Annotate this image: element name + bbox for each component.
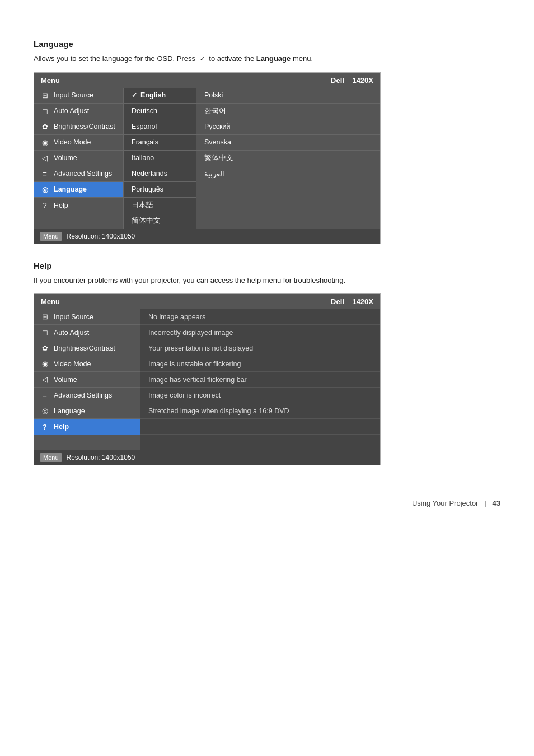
- menu-item-language[interactable]: ◎ Language: [34, 182, 123, 198]
- lang-traditional-chinese[interactable]: 繁体中文: [196, 151, 380, 166]
- lang-desc-end: menu.: [293, 54, 313, 63]
- help-option-vertical-bar[interactable]: Image has vertical flickering bar: [140, 372, 380, 388]
- help-volume-label: Volume: [54, 376, 77, 384]
- volume-label: Volume: [54, 154, 77, 162]
- help-footer-icon: Menu: [40, 453, 62, 462]
- help-brightness-icon: ✿: [40, 344, 50, 352]
- help-menu-volume[interactable]: ◁ Volume: [34, 372, 140, 388]
- lang-menu-body: ⊞ Input Source ◻ Auto Adjust ✿ Brightnes…: [34, 88, 380, 229]
- auto-adjust-icon: ◻: [40, 107, 50, 115]
- menu-item-brightness-contrast[interactable]: ✿ Brightness/Contrast: [34, 119, 123, 135]
- lang-english[interactable]: ✓ English: [124, 88, 196, 104]
- lang-russian[interactable]: Русский: [196, 119, 380, 135]
- lang-russian-label: Русский: [204, 123, 230, 130]
- help-option-incorrect-display[interactable]: Incorrectly displayed image: [140, 325, 380, 340]
- lang-japanese[interactable]: 日本語: [124, 198, 196, 213]
- lang-deutsch[interactable]: Deutsch: [124, 104, 196, 119]
- help-menu-brand-model: Dell 1420X: [331, 297, 373, 306]
- page-footer-separator: |: [484, 499, 486, 507]
- help-menu-model: 1420X: [352, 297, 373, 306]
- lang-espanol-label: Español: [132, 123, 157, 130]
- lang-portugues[interactable]: Português: [124, 182, 196, 198]
- help-color-incorrect-label: Image color is incorrect: [148, 391, 221, 399]
- help-menu-brightness[interactable]: ✿ Brightness/Contrast: [34, 340, 140, 356]
- page-footer: Using Your Projector | 43: [34, 499, 500, 507]
- lang-simplified-chinese[interactable]: 简体中文: [124, 213, 196, 229]
- lang-resolution: Resolution: 1400x1050: [67, 232, 135, 240]
- help-option-no-image[interactable]: No image appears: [140, 309, 380, 325]
- lang-italiano-label: Italiano: [132, 154, 154, 162]
- help-advanced-label: Advanced Settings: [54, 391, 112, 399]
- lang-francais-label: Français: [132, 138, 158, 146]
- lang-arabic[interactable]: العربية: [196, 166, 380, 182]
- lang-menu-header: Menu Dell 1420X: [34, 73, 380, 88]
- help-unstable-label: Image is unstable or flickering: [148, 360, 241, 368]
- help-option-not-displayed[interactable]: Your presentation is not displayed: [140, 340, 380, 356]
- language-menu-label: Language: [54, 185, 87, 193]
- menu-item-input-source[interactable]: ⊞ Input Source: [34, 88, 123, 104]
- language-section: Language Allows you to set the language …: [34, 39, 500, 244]
- lang-italiano[interactable]: Italiano: [124, 151, 196, 166]
- help-option-color-incorrect[interactable]: Image color is incorrect: [140, 388, 380, 403]
- help-language-icon: ◎: [40, 407, 50, 415]
- help-menu-language[interactable]: ◎ Language: [34, 403, 140, 419]
- lang-korean-label: 한국어: [204, 106, 226, 116]
- lang-footer-icon: Menu: [40, 232, 62, 241]
- language-title: Language: [34, 39, 500, 49]
- menu-item-help[interactable]: ? Help: [34, 198, 123, 213]
- help-menu-input-source[interactable]: ⊞ Input Source: [34, 309, 140, 325]
- lang-korean[interactable]: 한국어: [196, 104, 380, 119]
- lang-svenska-label: Svenska: [204, 138, 231, 146]
- lang-right-column: Polski 한국어 Русский Svenska 繁体中文 العربية: [196, 88, 380, 229]
- help-option-unstable[interactable]: Image is unstable or flickering: [140, 356, 380, 372]
- help-menu-advanced-settings[interactable]: ≡ Advanced Settings: [34, 388, 140, 403]
- help-brightness-label: Brightness/Contrast: [54, 344, 115, 352]
- menu-item-video-mode[interactable]: ◉ Video Mode: [34, 135, 123, 151]
- language-description: Allows you to set the language for the O…: [34, 53, 500, 64]
- lang-menu-label: Menu: [41, 76, 60, 85]
- lang-menu-brand-model: Dell 1420X: [331, 76, 373, 85]
- help-stretched-label: Stretched image when displaying a 16:9 D…: [148, 407, 289, 415]
- menu-item-auto-adjust[interactable]: ◻ Auto Adjust: [34, 104, 123, 119]
- help-video-mode-icon: ◉: [40, 360, 50, 368]
- help-section: Help If you encounter problems with your…: [34, 261, 500, 466]
- help-menu-label: Menu: [41, 297, 60, 306]
- lang-espanol[interactable]: Español: [124, 119, 196, 135]
- lang-english-label: English: [140, 91, 166, 99]
- lang-simplified-chinese-label: 简体中文: [132, 216, 161, 226]
- lang-japanese-label: 日本語: [132, 200, 153, 210]
- help-auto-adjust-icon: ◻: [40, 328, 50, 337]
- volume-icon: ◁: [40, 154, 50, 162]
- menu-item-volume[interactable]: ◁ Volume: [34, 151, 123, 166]
- page-footer-text: Using Your Projector: [412, 499, 479, 507]
- lang-francais[interactable]: Français: [124, 135, 196, 151]
- help-option-empty1: [140, 419, 380, 435]
- video-mode-label: Video Mode: [54, 138, 91, 146]
- help-right-column: No image appears Incorrectly displayed i…: [140, 309, 380, 450]
- lang-menu-brand: Dell: [331, 76, 344, 85]
- lang-desc-prefix: Allows you to set the language for the O…: [34, 54, 198, 63]
- help-vertical-bar-label: Image has vertical flickering bar: [148, 376, 247, 384]
- lang-desc-suffix: to activate the: [209, 54, 256, 63]
- lang-polski-label: Polski: [204, 91, 223, 99]
- menu-item-advanced-settings[interactable]: ≡ Advanced Settings: [34, 166, 123, 182]
- lang-menu-footer: Menu Resolution: 1400x1050: [34, 229, 380, 244]
- help-menu-auto-adjust[interactable]: ◻ Auto Adjust: [34, 325, 140, 340]
- help-advanced-icon: ≡: [40, 391, 50, 399]
- advanced-settings-icon: ≡: [40, 170, 50, 178]
- help-menu-video-mode[interactable]: ◉ Video Mode: [34, 356, 140, 372]
- help-help-icon: ?: [40, 423, 50, 431]
- help-input-source-icon: ⊞: [40, 312, 50, 321]
- lang-check-icon: ✓: [132, 91, 137, 99]
- lang-polski[interactable]: Polski: [196, 88, 380, 104]
- help-not-displayed-label: Your presentation is not displayed: [148, 344, 253, 352]
- lang-mid-column: ✓ English Deutsch Español Français Itali…: [124, 88, 196, 229]
- help-language-label: Language: [54, 407, 85, 415]
- help-option-stretched[interactable]: Stretched image when displaying a 16:9 D…: [140, 403, 380, 419]
- lang-nederlands[interactable]: Nederlands: [124, 166, 196, 182]
- help-menu-brand: Dell: [331, 297, 344, 306]
- help-menu-help[interactable]: ? Help: [34, 419, 140, 435]
- lang-traditional-chinese-label: 繁体中文: [204, 153, 233, 163]
- brightness-icon: ✿: [40, 123, 50, 131]
- lang-svenska[interactable]: Svenska: [196, 135, 380, 151]
